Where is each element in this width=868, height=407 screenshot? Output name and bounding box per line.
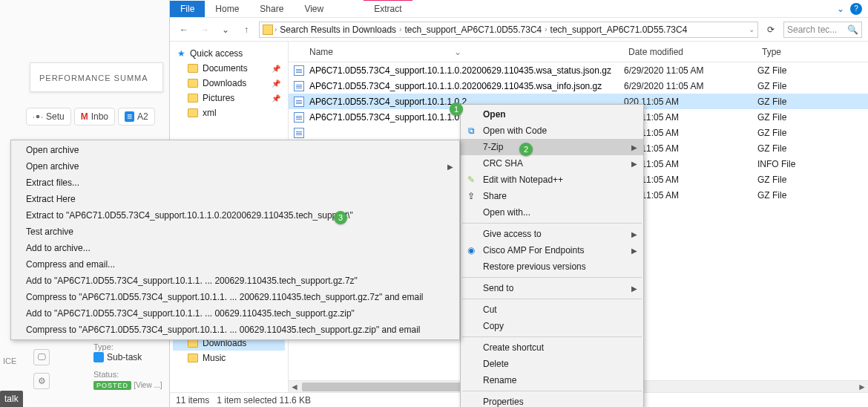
- ctx-amp[interactable]: ◉Cisco AMP For Endpoints▶: [461, 242, 643, 258]
- ctx-compress-zip[interactable]: Compress to "AP6C71.0D55.73C4_support.10…: [11, 322, 459, 338]
- chevron-down-icon[interactable]: ⌄: [749, 25, 754, 33]
- pin-icon: 📌: [272, 94, 280, 102]
- col-type[interactable]: Type: [762, 47, 868, 57]
- gz-file-icon: [294, 97, 304, 107]
- nav-quick-access[interactable]: ★Quick access: [173, 46, 285, 61]
- ctx-extract-here[interactable]: Extract Here: [11, 191, 459, 207]
- ribbon-tab-view[interactable]: View: [294, 1, 334, 17]
- bg-tab-setup[interactable]: Setu: [26, 108, 71, 126]
- status-selected: 1 item selected 11.6 KB: [217, 395, 311, 406]
- gear-icon[interactable]: ⚙: [33, 373, 50, 389]
- ctx-open-archive[interactable]: Open archive: [11, 142, 459, 158]
- ctx-restore[interactable]: Restore previous versions: [461, 258, 643, 275]
- ctx-separator: [462, 391, 642, 391]
- pin-icon: 📌: [272, 79, 280, 88]
- gz-file-icon: [294, 81, 304, 91]
- chevron-right-icon[interactable]: ›: [274, 25, 277, 33]
- ctx-add-7z[interactable]: Add to "AP6C71.0D55.73C4_support.10.1.1.…: [11, 273, 459, 289]
- ctx-shortcut[interactable]: Create shortcut: [461, 339, 643, 356]
- ctx-npp[interactable]: ✎Edit with Notepad++: [461, 172, 643, 188]
- notepadpp-icon: ✎: [465, 174, 477, 186]
- ctx-share[interactable]: ⇪Share: [461, 188, 643, 204]
- back-button[interactable]: ←: [176, 25, 192, 35]
- help-icon[interactable]: ?: [850, 3, 862, 15]
- ctx-give-access[interactable]: Give access to▶: [461, 226, 643, 242]
- folder-icon: [188, 94, 198, 102]
- nav-downloads[interactable]: Downloads📌: [173, 76, 285, 91]
- address-bar[interactable]: › Search Results in Downloads › tech_sup…: [259, 22, 758, 38]
- callout-badge-2: 2: [519, 143, 533, 156]
- ctx-cut[interactable]: Cut: [461, 302, 643, 318]
- bg-details: Type: Sub-task Status: POSTED [View ...]: [93, 342, 162, 390]
- chevron-right-icon: ▶: [631, 143, 637, 152]
- bg-tab-inbox[interactable]: MInbo: [74, 108, 115, 126]
- subtask-icon: [93, 352, 104, 362]
- col-name[interactable]: Name ⌄: [309, 47, 628, 57]
- gear-icon: [33, 111, 43, 122]
- forward-button: →: [197, 25, 213, 35]
- file-row[interactable]: AP6C71.0D55.73C4_support.10.1.1.0.202006…: [289, 78, 868, 94]
- col-date[interactable]: Date modified: [628, 47, 762, 57]
- refresh-button[interactable]: ⟳: [763, 25, 779, 35]
- ctx-delete[interactable]: Delete: [461, 356, 643, 372]
- folder-icon: [188, 354, 198, 362]
- ctx-compress-email[interactable]: Compress and email...: [11, 256, 459, 273]
- share-icon: ⇪: [465, 190, 477, 202]
- nav-xml[interactable]: xml: [173, 105, 285, 120]
- ribbon-tab-share[interactable]: Share: [249, 1, 294, 17]
- ribbon-tab-extract[interactable]: Extract: [364, 0, 412, 17]
- bg-tab-a2[interactable]: ≡A2: [118, 108, 155, 126]
- ctx-crc[interactable]: CRC SHA▶: [461, 155, 643, 172]
- ctx-test-archive[interactable]: Test archive: [11, 224, 459, 240]
- performance-summary-card: PERFORMANCE SUMMA: [30, 62, 163, 92]
- status-items: 11 items: [176, 395, 209, 406]
- talk-button[interactable]: talk: [0, 391, 23, 407]
- gz-file-icon: [294, 65, 304, 76]
- context-menu-7zip: Open archive Open archive▶ Extract files…: [10, 140, 460, 340]
- ctx-open-archive-sub[interactable]: Open archive▶: [11, 158, 459, 175]
- ribbon-tab-file[interactable]: File: [170, 1, 205, 17]
- ctx-properties[interactable]: Properties: [461, 394, 643, 407]
- ctx-copy[interactable]: Copy: [461, 318, 643, 334]
- ribbon-tab-home[interactable]: Home: [205, 1, 249, 17]
- up-button[interactable]: ↑: [238, 25, 254, 35]
- ctx-separator: [462, 299, 642, 299]
- monitor-icon[interactable]: 🖵: [33, 349, 50, 365]
- recent-chevron-icon[interactable]: ⌄: [217, 25, 234, 35]
- folder-icon: [188, 64, 198, 73]
- star-icon: ★: [177, 48, 185, 59]
- ctx-add-zip[interactable]: Add to "AP6C71.0D55.73C4_support.10.1.1.…: [11, 305, 459, 322]
- ctx-open-code[interactable]: ⧉Open with Code: [461, 123, 643, 139]
- scroll-left-icon[interactable]: ◄: [289, 381, 300, 393]
- ctx-add-archive[interactable]: Add to archive...: [11, 240, 459, 256]
- ctx-7zip[interactable]: 7-Zip▶: [461, 139, 643, 155]
- chevron-down-icon[interactable]: ⌄: [454, 47, 461, 57]
- scroll-right-icon[interactable]: ►: [856, 381, 868, 393]
- ctx-extract-to[interactable]: Extract to "AP6C71.0D55.73C4_support.10.…: [11, 207, 459, 224]
- ctx-rename[interactable]: Rename: [461, 372, 643, 388]
- chevron-right-icon: ▶: [631, 247, 637, 255]
- chevron-right-icon[interactable]: ›: [545, 25, 547, 33]
- ribbon: File Home Share View Extract ⌄ ?: [170, 0, 868, 18]
- crumb-1[interactable]: tech_support_AP6C71.0D55.73C4: [403, 25, 543, 35]
- ctx-open[interactable]: Open: [461, 106, 643, 123]
- file-row[interactable]: AP6C71.0D55.73C4_support.10.1.1.0.202006…: [289, 62, 868, 78]
- search-input[interactable]: Search tec... 🔍: [783, 22, 862, 38]
- chevron-down-icon[interactable]: ⌄: [837, 4, 844, 14]
- chevron-right-icon[interactable]: ›: [399, 25, 401, 33]
- search-icon: 🔍: [847, 25, 858, 35]
- ctx-openwith[interactable]: Open with...: [461, 204, 643, 221]
- ctx-extract-files[interactable]: Extract files...: [11, 175, 459, 191]
- nav-documents[interactable]: Documents📌: [173, 61, 285, 76]
- nav-music[interactable]: Music: [173, 351, 285, 365]
- folder-icon: [188, 108, 198, 117]
- bg-subtask: Sub-task: [93, 352, 142, 362]
- crumb-root[interactable]: Search Results in Downloads: [278, 25, 398, 35]
- crumb-2[interactable]: tech_support_AP6C71.0D55.73C4: [549, 25, 689, 35]
- ctx-compress-7z[interactable]: Compress to "AP6C71.0D55.73C4_support.10…: [11, 289, 459, 305]
- nav-pictures[interactable]: Pictures📌: [173, 91, 285, 105]
- folder-icon: [188, 79, 198, 88]
- ctx-sendto[interactable]: Send to▶: [461, 280, 643, 296]
- gz-file-icon: [294, 128, 304, 138]
- ctx-separator: [462, 336, 642, 337]
